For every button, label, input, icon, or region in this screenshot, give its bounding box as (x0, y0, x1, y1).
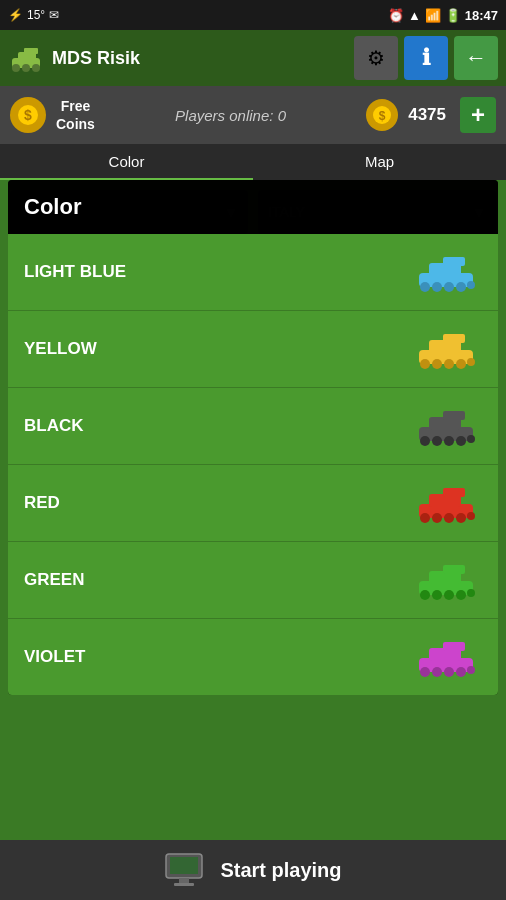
svg-rect-61 (170, 857, 198, 874)
svg-rect-46 (443, 565, 465, 574)
plus-icon: + (471, 101, 485, 129)
svg-rect-14 (443, 257, 465, 266)
svg-point-27 (467, 358, 475, 366)
svg-text:$: $ (379, 109, 386, 123)
tank-icon-green (412, 556, 482, 604)
free-coins-line1: Free (61, 97, 91, 115)
color-label-violet: VIOLET (24, 647, 85, 667)
svg-point-16 (432, 282, 442, 292)
color-item-red[interactable]: RED (8, 465, 498, 542)
svg-point-43 (467, 512, 475, 520)
dialog-title: Color (8, 180, 498, 234)
tab-color[interactable]: Color (0, 144, 253, 180)
coins-count: 4375 (408, 105, 446, 125)
svg-point-57 (444, 667, 454, 677)
svg-point-40 (432, 513, 442, 523)
svg-point-5 (32, 64, 40, 72)
battery-icon: 🔋 (445, 8, 461, 23)
alarm-icon: ⏰ (388, 8, 404, 23)
add-coins-button[interactable]: + (460, 97, 496, 133)
status-bar: ⚡ 15° ✉ ⏰ ▲ 📶 🔋 18:47 (0, 0, 506, 30)
svg-point-51 (467, 589, 475, 597)
top-bar-right: ⚙ ℹ ← (354, 36, 498, 80)
svg-rect-54 (443, 642, 465, 651)
settings-button[interactable]: ⚙ (354, 36, 398, 80)
svg-point-41 (444, 513, 454, 523)
color-item-black[interactable]: BLACK (8, 388, 498, 465)
color-item-light-blue[interactable]: LIGHT BLUE (8, 234, 498, 311)
tab-map[interactable]: Map (253, 144, 506, 180)
svg-point-55 (420, 667, 430, 677)
svg-point-18 (456, 282, 466, 292)
svg-point-48 (432, 590, 442, 600)
email-icon: ✉ (49, 8, 59, 22)
free-coins-button[interactable]: Free Coins (56, 97, 95, 133)
coins-icon: $ (366, 99, 398, 131)
back-button[interactable]: ← (454, 36, 498, 80)
svg-rect-22 (443, 334, 465, 343)
status-left-icons: ⚡ 15° ✉ (8, 8, 59, 22)
start-playing-button[interactable]: Start playing (220, 859, 341, 882)
sub-tabs: Color Map (0, 144, 506, 180)
players-online-label: Players online: 0 (105, 107, 356, 124)
tank-icon-red (412, 479, 482, 527)
svg-point-15 (420, 282, 430, 292)
info-icon: ℹ (422, 45, 430, 71)
svg-point-58 (456, 667, 466, 677)
svg-point-26 (456, 359, 466, 369)
color-dialog: Color LIGHT BLUE (8, 180, 498, 695)
tank-icon-yellow (412, 325, 482, 373)
monitor-icon (164, 852, 204, 888)
status-right-area: ⏰ ▲ 📶 🔋 18:47 (388, 8, 498, 23)
bottom-bar: Start playing (0, 840, 506, 900)
svg-point-32 (432, 436, 442, 446)
tank-icon-violet (412, 633, 482, 681)
svg-point-17 (444, 282, 454, 292)
svg-text:$: $ (24, 107, 32, 123)
svg-point-24 (432, 359, 442, 369)
color-label-green: GREEN (24, 570, 84, 590)
color-item-violet[interactable]: VIOLET (8, 619, 498, 695)
main-content: YI... ▼ ITALY ▼ Color LIGHT BLUE (0, 180, 506, 840)
time-display: 18:47 (465, 8, 498, 23)
svg-rect-63 (174, 883, 194, 886)
svg-point-39 (420, 513, 430, 523)
gear-icon: ⚙ (367, 46, 385, 70)
tab-map-label: Map (365, 153, 394, 170)
svg-point-56 (432, 667, 442, 677)
svg-point-25 (444, 359, 454, 369)
svg-point-33 (444, 436, 454, 446)
tank-icon-black (412, 402, 482, 450)
color-label-red: RED (24, 493, 60, 513)
signal-icon: 📶 (425, 8, 441, 23)
svg-point-42 (456, 513, 466, 523)
svg-rect-2 (24, 48, 38, 54)
svg-point-23 (420, 359, 430, 369)
color-item-yellow[interactable]: YELLOW (8, 311, 498, 388)
svg-rect-38 (443, 488, 465, 497)
svg-rect-62 (179, 878, 189, 883)
tab-color-label: Color (109, 153, 145, 170)
coins-bar: $ Free Coins Players online: 0 $ 4375 + (0, 86, 506, 144)
app-title: MDS Risik (52, 48, 140, 69)
usb-icon: ⚡ (8, 8, 23, 22)
tank-logo-icon (8, 44, 44, 72)
color-label-black: BLACK (24, 416, 84, 436)
tank-icon-light-blue (412, 248, 482, 296)
svg-point-50 (456, 590, 466, 600)
free-coins-line2: Coins (56, 115, 95, 133)
top-bar-left: MDS Risik (8, 44, 140, 72)
svg-point-35 (467, 435, 475, 443)
svg-point-34 (456, 436, 466, 446)
top-bar: MDS Risik ⚙ ℹ ← (0, 30, 506, 86)
svg-rect-30 (443, 411, 465, 420)
free-coins-coin-icon: $ (10, 97, 46, 133)
color-label-light-blue: LIGHT BLUE (24, 262, 126, 282)
svg-point-49 (444, 590, 454, 600)
color-item-green[interactable]: GREEN (8, 542, 498, 619)
color-list: LIGHT BLUE YELLOW (8, 234, 498, 695)
svg-point-19 (467, 281, 475, 289)
info-button[interactable]: ℹ (404, 36, 448, 80)
svg-point-59 (467, 666, 475, 674)
temp-label: 15° (27, 8, 45, 22)
